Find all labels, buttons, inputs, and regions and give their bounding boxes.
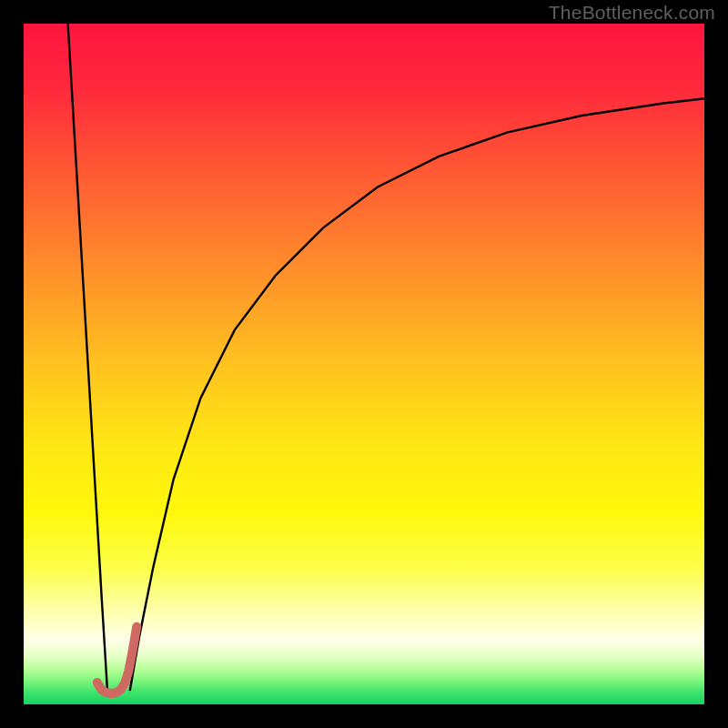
curves-layer bbox=[24, 24, 704, 704]
series-right-branch bbox=[130, 98, 704, 691]
plot-area bbox=[24, 24, 704, 704]
series-left-branch bbox=[68, 24, 107, 691]
chart-frame: TheBottleneck.com bbox=[0, 0, 728, 728]
watermark-text: TheBottleneck.com bbox=[549, 2, 715, 24]
